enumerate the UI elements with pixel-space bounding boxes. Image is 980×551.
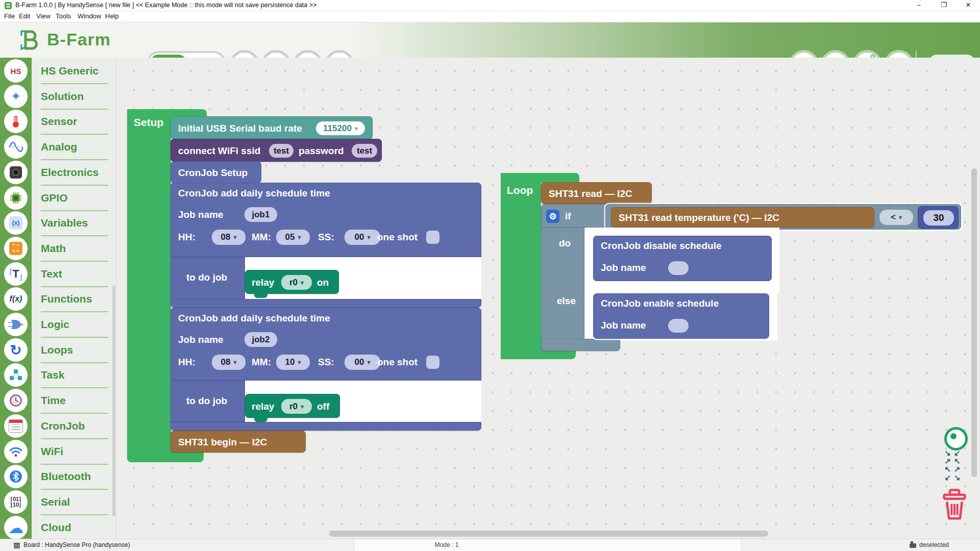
compare-operator-dropdown[interactable]: < xyxy=(879,210,913,225)
number-block[interactable]: 30 xyxy=(918,206,959,229)
cron1-job-name-field[interactable]: job1 xyxy=(244,207,277,222)
sidebar-item-serial[interactable] xyxy=(4,490,28,514)
vertical-scrollbar[interactable] xyxy=(971,168,977,477)
if-block-bottom-bar[interactable] xyxy=(541,339,620,351)
sidebar-item-hs-generic[interactable]: HS xyxy=(4,59,28,83)
cronjob-disable-block[interactable]: CronJob disable schedule Job name xyxy=(593,236,772,281)
mutator-gear-icon[interactable] xyxy=(546,210,559,223)
disable-title: CronJob disable schedule xyxy=(601,240,722,252)
menu-tools[interactable]: Tools xyxy=(56,12,71,20)
minimize-button[interactable]: – xyxy=(909,0,929,11)
sidebar-item-cloud[interactable] xyxy=(4,516,28,539)
close-button[interactable]: ✕ xyxy=(958,0,978,11)
trash-icon[interactable] xyxy=(942,489,967,520)
cron2-ss-dropdown[interactable]: 00 xyxy=(345,355,380,370)
sidebar-item-label[interactable]: Solution xyxy=(41,89,112,104)
number-value-field[interactable]: 30 xyxy=(923,210,954,226)
cron1-bottom-bar[interactable] xyxy=(170,299,481,308)
serial-baud-block[interactable]: Initial USB Serial baud rate 115200 xyxy=(170,116,373,139)
sidebar-item-time[interactable] xyxy=(4,389,28,412)
maximize-button[interactable]: ❐ xyxy=(934,0,954,11)
cron2-spine[interactable]: to do job xyxy=(170,381,245,422)
sidebar-item-label[interactable]: Bluetooth xyxy=(41,469,112,484)
sidebar-item-label[interactable]: Text xyxy=(41,267,112,281)
menu-view[interactable]: View xyxy=(36,12,51,20)
relay-off-block[interactable]: relay r0 off xyxy=(245,394,340,418)
sidebar-item-label[interactable]: CronJob xyxy=(41,419,112,433)
sidebar-item-electronics[interactable] xyxy=(4,161,28,184)
sht31-temperature-block[interactable]: SHT31 read temperature ('C) — I2C xyxy=(611,207,874,228)
zoom-in-icon[interactable] xyxy=(941,465,967,482)
sidebar-item-label[interactable]: Functions xyxy=(41,292,112,306)
sidebar-item-wifi[interactable] xyxy=(4,440,28,463)
menu-file[interactable]: File xyxy=(4,12,15,20)
sidebar-item-label[interactable]: Task xyxy=(41,368,112,382)
sht31-begin-block[interactable]: SHT31 begin — I2C xyxy=(170,431,306,453)
cronjob-add-block-2[interactable]: CronJob add daily schedule time Job name… xyxy=(170,308,481,381)
zoom-out-icon[interactable] xyxy=(941,449,967,466)
relay1-channel-dropdown[interactable]: r0 xyxy=(281,275,312,290)
loop-block[interactable]: Loop xyxy=(501,173,541,359)
sidebar-item-math[interactable] xyxy=(4,237,28,260)
loop-block-bottom[interactable] xyxy=(501,350,576,359)
menu-help[interactable]: Help xyxy=(105,12,119,20)
menu-edit[interactable]: Edit xyxy=(19,12,30,20)
relay-on-block[interactable]: relay r0 on xyxy=(245,270,339,294)
wifi-ssid-field[interactable]: test xyxy=(269,144,293,158)
sidebar-item-label[interactable]: GPIO xyxy=(41,191,112,205)
sidebar-item-functions[interactable]: f(x) xyxy=(4,287,28,311)
relay2-channel-dropdown[interactable]: r0 xyxy=(281,399,312,414)
sidebar-scrollbar[interactable] xyxy=(112,286,115,517)
cronjob-setup-block[interactable]: CronJob Setup xyxy=(170,161,261,183)
cron2-hh-dropdown[interactable]: 08 xyxy=(212,355,246,370)
cron1-one-shot-checkbox[interactable] xyxy=(426,231,439,244)
sidebar-item-label[interactable]: Logic xyxy=(41,317,112,332)
title-bar: B-Farm 1.0.0 | By HandySense [ new file … xyxy=(0,0,980,11)
sidebar-item-label[interactable]: Electronics xyxy=(41,165,112,180)
sidebar-item-bluetooth[interactable] xyxy=(4,465,28,488)
baud-rate-dropdown[interactable]: 115200 xyxy=(316,121,365,135)
sidebar-item-label[interactable]: Analog xyxy=(41,140,112,154)
sidebar-item-analog[interactable] xyxy=(4,135,28,159)
sidebar-item-label[interactable]: Variables xyxy=(41,216,112,230)
sidebar-item-label[interactable]: HS Generic xyxy=(41,64,112,78)
cron1-spine[interactable]: to do job xyxy=(170,257,245,299)
sidebar-item-label[interactable]: Sensor xyxy=(41,114,112,129)
cron2-job-name-field[interactable]: job2 xyxy=(244,332,277,347)
sidebar-item-solution[interactable] xyxy=(4,85,28,108)
wifi-connect-block[interactable]: connect WiFi ssid test password test xyxy=(170,139,382,162)
cron2-bottom-bar[interactable] xyxy=(170,422,481,431)
cron2-mm-dropdown[interactable]: 10 xyxy=(276,355,310,370)
sht31-begin-text: SHT31 begin — I2C xyxy=(178,431,267,453)
sidebar-item-label[interactable]: Math xyxy=(41,241,112,256)
sidebar-item-label[interactable]: Serial xyxy=(41,495,112,509)
setup-block[interactable]: Setup xyxy=(127,109,171,454)
sidebar-item-label[interactable]: Cloud xyxy=(41,520,112,535)
cron1-mm-dropdown[interactable]: 05 xyxy=(276,230,310,245)
sidebar-item-gpio[interactable] xyxy=(4,186,28,210)
sidebar-item-label[interactable]: Time xyxy=(41,393,112,408)
cron2-one-shot-checkbox[interactable] xyxy=(426,356,439,369)
horizontal-scrollbar[interactable] xyxy=(329,531,768,537)
sidebar-item-loops[interactable] xyxy=(4,338,28,362)
compare-block[interactable]: SHT31 read temperature ('C) — I2C < 30 xyxy=(605,204,961,230)
sidebar-item-variables[interactable]: (x) xyxy=(4,211,28,235)
menu-window[interactable]: Window xyxy=(78,12,101,20)
if-block-header[interactable]: if xyxy=(541,204,609,228)
wifi-password-field[interactable]: test xyxy=(352,144,377,158)
center-view-button[interactable] xyxy=(944,427,968,450)
sidebar-item-text[interactable]: T xyxy=(4,262,28,286)
sidebar-item-logic[interactable] xyxy=(4,313,28,336)
sht31-read-block[interactable]: SHT31 read — I2C xyxy=(541,182,652,204)
cronjob-add-block-1[interactable]: CronJob add daily schedule time Job name… xyxy=(170,183,481,257)
sidebar-item-label[interactable]: WiFi xyxy=(41,444,112,459)
sidebar-separator xyxy=(41,185,108,186)
cron1-ss-dropdown[interactable]: 00 xyxy=(345,230,380,245)
cronjob-enable-block[interactable]: CronJob enable schedule Job name xyxy=(593,293,769,339)
enable-job-name-field[interactable] xyxy=(668,319,689,333)
cron1-hh-dropdown[interactable]: 08 xyxy=(212,230,246,245)
if-block-spine[interactable]: do else xyxy=(541,228,584,351)
disable-job-name-field[interactable] xyxy=(668,261,689,275)
sidebar-item-label[interactable]: Loops xyxy=(41,343,112,357)
sidebar-item-cronjob[interactable] xyxy=(4,414,28,438)
